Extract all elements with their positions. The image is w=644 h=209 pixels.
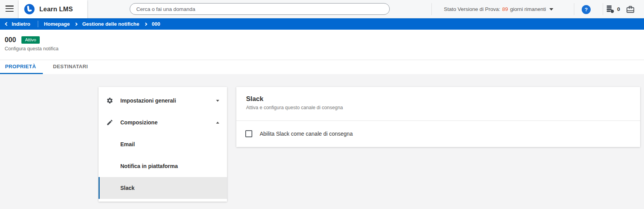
pencil-icon xyxy=(106,119,113,126)
panel-header: Slack Attiva e configura questo canale d… xyxy=(236,87,640,121)
tab-destinatari-label: DESTINATARI xyxy=(53,64,88,69)
menu-item-email[interactable]: Email xyxy=(99,133,227,155)
tab-proprieta-label: PROPRIETÀ xyxy=(5,64,36,69)
menu-item-notifica-in-piattaforma[interactable]: Notifica in piattaforma xyxy=(99,155,227,177)
slack-enable-checkbox[interactable] xyxy=(245,130,252,137)
trial-status[interactable]: Stato Versione di Prova: 89 giorni riman… xyxy=(444,0,553,18)
trial-status-suffix: giorni rimanenti xyxy=(510,6,546,12)
chevron-down-icon xyxy=(549,8,553,11)
menu-item-label: Notifica in piattaforma xyxy=(120,163,178,169)
menu-item-composizione[interactable]: Composizione xyxy=(99,112,227,133)
top-bar: Learn LMS Stato Versione di Prova: 89 gi… xyxy=(0,0,644,18)
menu-item-label: Composizione xyxy=(120,119,216,126)
gear-icon xyxy=(106,97,113,104)
credits-button[interactable]: 0 xyxy=(606,5,620,14)
menu-item-slack[interactable]: Slack xyxy=(99,177,227,199)
chevron-left-icon xyxy=(5,22,9,26)
global-search[interactable] xyxy=(130,3,390,15)
learn-lms-logo-icon xyxy=(24,4,35,14)
panel-title: Slack xyxy=(246,95,640,103)
chevron-right-icon xyxy=(144,22,147,25)
tab-bar: PROPRIETÀ DESTINATARI xyxy=(0,60,644,74)
menu-item-impostazioni-generali[interactable]: Impostazioni generali xyxy=(99,90,227,112)
settings-menu-card: Impostazioni generali Composizione Email… xyxy=(99,87,227,202)
trial-days-remaining: 89 xyxy=(502,6,508,12)
slack-enable-label: Abilita Slack come canale di consegna xyxy=(260,131,353,137)
enable-slack-row: Abilita Slack come canale di consegna xyxy=(236,121,640,147)
tab-proprieta[interactable]: PROPRIETÀ xyxy=(0,60,43,74)
help-button[interactable]: ? xyxy=(582,5,591,14)
search-input[interactable] xyxy=(136,6,383,12)
trial-status-label: Stato Versione di Prova: xyxy=(444,6,500,12)
panel-subtitle: Attiva e configura questo canale di cons… xyxy=(246,105,640,110)
page-header xyxy=(0,30,644,60)
back-button[interactable]: Indietro xyxy=(5,21,30,27)
credits-count: 0 xyxy=(617,6,620,12)
breadcrumb: Homepage Gestione delle notifiche 000 xyxy=(44,21,160,27)
title-row: 000 Attivo xyxy=(5,36,40,44)
coin-stack-icon xyxy=(606,5,615,14)
briefcase-icon xyxy=(626,5,635,14)
chevron-down-icon xyxy=(216,100,219,102)
slack-settings-panel: Slack Attiva e configura questo canale d… xyxy=(236,87,640,147)
breadcrumb-item-current: 000 xyxy=(152,21,160,27)
page-title: 000 xyxy=(5,36,16,44)
chevron-right-icon xyxy=(74,22,77,25)
brand-logo[interactable]: Learn LMS xyxy=(19,0,87,18)
topbar-divider xyxy=(431,3,432,15)
content-area: Impostazioni generali Composizione Email… xyxy=(0,74,644,209)
question-mark-icon: ? xyxy=(585,7,588,12)
breadcrumb-divider xyxy=(38,21,38,27)
chevron-up-icon xyxy=(216,122,219,124)
hamburger-menu-icon[interactable] xyxy=(5,5,14,13)
apps-button[interactable] xyxy=(626,5,635,16)
tab-destinatari[interactable]: DESTINATARI xyxy=(48,60,94,74)
brand-name: Learn LMS xyxy=(39,5,73,13)
menu-item-label: Email xyxy=(120,141,135,147)
page-subtitle: Configura questa notifica xyxy=(5,46,58,51)
back-label: Indietro xyxy=(12,21,30,27)
menu-item-label: Slack xyxy=(120,185,135,191)
breadcrumb-bar: Indietro Homepage Gestione delle notific… xyxy=(0,18,644,30)
status-badge: Attivo xyxy=(21,36,40,44)
menu-item-label: Impostazioni generali xyxy=(120,97,216,104)
breadcrumb-item-notifications[interactable]: Gestione delle notifiche xyxy=(82,21,139,27)
topbar-divider xyxy=(603,3,603,15)
breadcrumb-item-homepage[interactable]: Homepage xyxy=(44,21,70,27)
topbar-divider xyxy=(574,3,574,15)
